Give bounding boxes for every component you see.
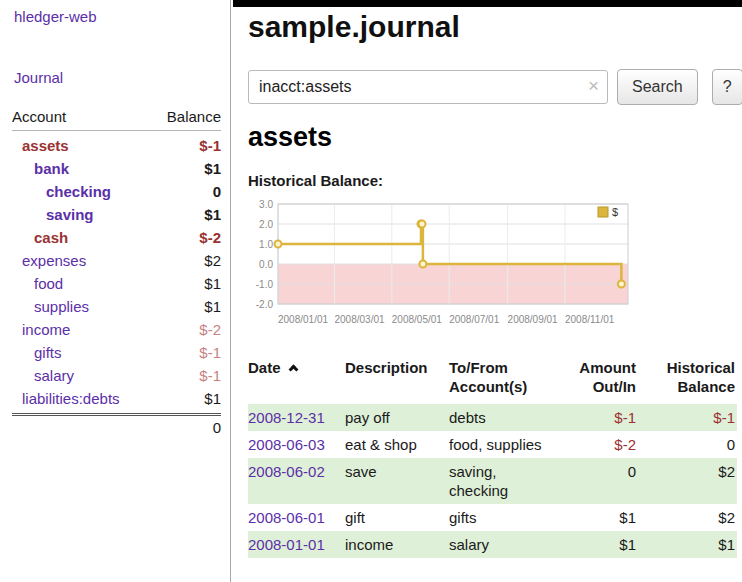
- register-accounts: gifts: [449, 504, 567, 531]
- register-amount: $1: [567, 531, 644, 558]
- top-bar: [233, 0, 742, 7]
- sidebar-account-income[interactable]: income: [12, 318, 70, 341]
- register-header-date-label: Date: [248, 359, 281, 376]
- sidebar-account-supplies[interactable]: supplies: [12, 295, 89, 318]
- register-balance: $-1: [644, 404, 737, 431]
- brand-link[interactable]: hledger-web: [14, 8, 221, 25]
- account-row-saving: saving $1: [12, 203, 221, 226]
- register-row: 2008-12-31 pay off debts $-1 $-1: [248, 404, 737, 431]
- sidebar-account-liabilities-debts[interactable]: liabilities:debts: [12, 387, 120, 410]
- register-accounts: food, supplies: [449, 431, 567, 458]
- register-description: eat & shop: [345, 431, 449, 458]
- chart-x-tick-label: 2008/01/01: [278, 314, 333, 325]
- register-header-balance: Historical Balance: [644, 356, 737, 404]
- register-row: 2008-01-01 income salary $1 $1: [248, 531, 737, 558]
- sidebar-account-expenses[interactable]: expenses: [12, 249, 86, 272]
- sidebar-account-salary[interactable]: salary: [12, 364, 74, 387]
- svg-text:-2.0: -2.0: [256, 299, 274, 310]
- account-balance-food: $1: [204, 272, 221, 295]
- search-form: × Search ?: [248, 69, 742, 105]
- register-amount: $-2: [567, 431, 644, 458]
- register-header-date[interactable]: Date: [248, 356, 345, 404]
- register-accounts: salary: [449, 531, 567, 558]
- account-balance-liabilities-debts: $1: [204, 387, 221, 410]
- chart-x-tick-label: 2008/03/01: [335, 314, 390, 325]
- register-header-amount: Amount Out/In: [567, 356, 644, 404]
- sidebar-total-value: 0: [213, 419, 221, 436]
- account-balance-salary: $-1: [199, 364, 221, 387]
- account-row-expenses: expenses $2: [12, 249, 221, 272]
- sort-ascending-icon[interactable]: [288, 365, 298, 375]
- register-date-link[interactable]: 2008-12-31: [248, 409, 325, 426]
- account-balance-cash: $-2: [199, 226, 221, 249]
- register-description: income: [345, 531, 449, 558]
- sidebar-account-food[interactable]: food: [12, 272, 63, 295]
- accounts-header-balance: Balance: [167, 108, 221, 125]
- search-button[interactable]: Search: [617, 69, 698, 105]
- chart-x-axis-labels: 2008/01/012008/03/012008/05/012008/07/01…: [246, 314, 638, 328]
- account-balance-supplies: $1: [204, 295, 221, 318]
- account-row-food: food $1: [12, 272, 221, 295]
- help-button[interactable]: ?: [712, 69, 742, 105]
- register-accounts: debts: [449, 404, 567, 431]
- account-balance-bank: $1: [204, 157, 221, 180]
- svg-text:1.0: 1.0: [259, 239, 273, 250]
- svg-text:-1.0: -1.0: [256, 279, 274, 290]
- search-input-wrap: ×: [248, 70, 608, 104]
- chart-x-tick-label: 2008/09/01: [508, 314, 563, 325]
- register-balance: $2: [644, 504, 737, 531]
- register-balance: 0: [644, 431, 737, 458]
- account-balance-saving: $1: [204, 203, 221, 226]
- sidebar-account-gifts[interactable]: gifts: [12, 341, 62, 364]
- account-balance-assets: $-1: [199, 134, 221, 157]
- sidebar-account-checking[interactable]: checking: [12, 180, 111, 203]
- account-balance-checking: 0: [213, 180, 221, 203]
- account-row-bank: bank $1: [12, 157, 221, 180]
- accounts-header-account: Account: [12, 108, 66, 125]
- account-row-supplies: supplies $1: [12, 295, 221, 318]
- register-amount: 0: [567, 458, 644, 504]
- account-row-checking: checking 0: [12, 180, 221, 203]
- search-input[interactable]: [248, 70, 608, 104]
- balance-chart-svg: $3.02.01.00.0-1.0-2.0: [246, 198, 638, 310]
- account-row-liabilities-debts: liabilities:debts $1: [12, 387, 221, 410]
- chart-x-tick-label: 2008/07/01: [449, 314, 504, 325]
- svg-text:$: $: [612, 206, 618, 218]
- clear-search-icon[interactable]: ×: [588, 75, 599, 97]
- register-amount: $1: [567, 504, 644, 531]
- chart-x-tick-label: 2008/11/01: [565, 314, 620, 325]
- register-row: 2008-06-01 gift gifts $1 $2: [248, 504, 737, 531]
- register-row: 2008-06-03 eat & shop food, supplies $-2…: [248, 431, 737, 458]
- main-content: sample.journal × Search ? assets Histori…: [231, 0, 742, 582]
- register-description: pay off: [345, 404, 449, 431]
- register-date-link[interactable]: 2008-01-01: [248, 536, 325, 553]
- register-table-wrap: Date Description To/From Account(s) Amou…: [248, 356, 737, 558]
- balance-chart: $3.02.01.00.0-1.0-2.0 2008/01/012008/03/…: [246, 198, 638, 326]
- register-date-link[interactable]: 2008-06-03: [248, 436, 325, 453]
- sidebar-account-assets[interactable]: assets: [12, 134, 69, 157]
- register-accounts: saving, checking: [449, 458, 567, 504]
- chart-x-tick-label: 2008/05/01: [392, 314, 447, 325]
- register-date-link[interactable]: 2008-06-02: [248, 463, 325, 480]
- sidebar-account-cash[interactable]: cash: [12, 226, 68, 249]
- register-header-row: Date Description To/From Account(s) Amou…: [248, 356, 737, 404]
- svg-text:2.0: 2.0: [259, 219, 273, 230]
- chart-title: Historical Balance:: [248, 172, 383, 189]
- account-row-income: income $-2: [12, 318, 221, 341]
- account-balance-income: $-2: [199, 318, 221, 341]
- account-row-assets: assets $-1: [12, 134, 221, 157]
- register-date-link[interactable]: 2008-06-01: [248, 509, 325, 526]
- register-header-tofrom: To/From Account(s): [449, 356, 567, 404]
- sidebar-account-bank[interactable]: bank: [12, 157, 69, 180]
- register-amount: $-1: [567, 404, 644, 431]
- accounts-header: Account Balance: [12, 108, 221, 131]
- account-balance-gifts: $-1: [199, 341, 221, 364]
- nav-journal-link[interactable]: Journal: [14, 69, 221, 86]
- svg-text:0.0: 0.0: [259, 259, 273, 270]
- sidebar-account-saving[interactable]: saving: [12, 203, 94, 226]
- register-balance: $2: [644, 458, 737, 504]
- account-balance-expenses: $2: [204, 249, 221, 272]
- page-title: sample.journal: [248, 10, 460, 44]
- register-description: gift: [345, 504, 449, 531]
- register-table: Date Description To/From Account(s) Amou…: [248, 356, 737, 558]
